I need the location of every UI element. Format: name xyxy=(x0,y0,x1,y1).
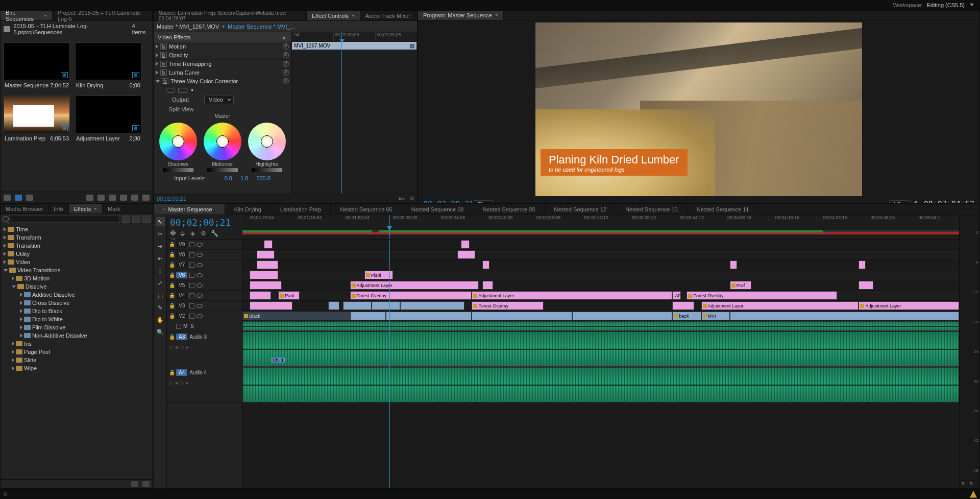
warning-icon[interactable] xyxy=(970,491,977,498)
timeline-clip[interactable] xyxy=(242,367,959,402)
bin-name[interactable]: Lamination Prep xyxy=(5,135,45,141)
track-target[interactable]: V3 xyxy=(176,302,187,309)
expand-icon[interactable] xyxy=(12,350,14,354)
expand-icon[interactable] xyxy=(20,334,22,338)
tab-effect-controls[interactable]: Effect Controls xyxy=(307,11,360,20)
sequence-tab[interactable]: Nested Sequence 12 xyxy=(545,204,616,215)
timeline-clip[interactable]: Adjustment Layer xyxy=(350,281,479,290)
sequence-tab[interactable]: ×Master Sequence xyxy=(154,204,225,215)
timeline-clip[interactable] xyxy=(250,271,278,279)
keyframe-prev-icon[interactable]: ◇ xyxy=(169,380,173,386)
fx-badge-icon[interactable]: fx xyxy=(160,69,167,76)
shadows-wheel[interactable] xyxy=(159,123,197,160)
timeline-clip[interactable] xyxy=(400,301,464,310)
highlights-slider[interactable] xyxy=(252,168,282,172)
timeline-playhead[interactable] xyxy=(389,215,390,239)
find-icon[interactable] xyxy=(109,195,116,201)
trash-icon[interactable] xyxy=(142,481,150,487)
timeline-clip[interactable] xyxy=(242,331,959,367)
effects-folder[interactable]: Film Dissolve xyxy=(1,323,153,331)
effects-folder[interactable]: Iris xyxy=(1,340,153,348)
pen-tool[interactable]: ✎ xyxy=(156,303,165,312)
sequence-tab[interactable]: Nested Sequence 09 xyxy=(473,204,545,215)
timeline-clip[interactable] xyxy=(250,301,292,310)
audio-track-header[interactable]: M S xyxy=(167,321,242,331)
sync-lock-icon[interactable] xyxy=(189,263,194,268)
sequence-tab[interactable]: Nested Sequence 10 xyxy=(616,204,688,215)
lock-icon[interactable]: 🔒 xyxy=(169,303,174,308)
effects-folder[interactable]: Wipe xyxy=(1,364,153,372)
ec-seq-clip[interactable]: Master Sequence * MVI_... xyxy=(228,23,295,30)
timeline-clip[interactable]: Forest Cverlay xyxy=(350,291,472,300)
eye-icon[interactable] xyxy=(197,263,203,267)
eye-icon[interactable] xyxy=(197,294,203,298)
lock-icon[interactable]: 🔒 xyxy=(169,282,174,288)
expand-icon[interactable] xyxy=(20,325,22,329)
expand-icon[interactable] xyxy=(12,276,14,280)
timeline-clip[interactable] xyxy=(372,301,400,310)
effect-name[interactable]: Opacity xyxy=(169,52,281,58)
video-lane[interactable] xyxy=(242,250,959,260)
timeline-clip[interactable] xyxy=(461,240,470,249)
freeform-icon[interactable] xyxy=(26,195,33,201)
eye-icon[interactable] xyxy=(197,314,203,318)
timeline-clip[interactable] xyxy=(472,312,572,320)
effects-folder[interactable]: Transform xyxy=(1,233,153,242)
midtones-slider[interactable] xyxy=(207,168,238,172)
slip-tool[interactable]: ⤢ xyxy=(156,278,165,288)
timeline-clip[interactable]: Plani xyxy=(364,271,393,279)
toggle-icon[interactable]: ▸▹ xyxy=(399,195,405,202)
zoom-tool[interactable]: 🔍 xyxy=(156,327,165,337)
trash-icon[interactable] xyxy=(142,195,150,201)
fx-badge-icon[interactable]: fx xyxy=(162,78,168,84)
tab-media-browser[interactable]: Media Browser xyxy=(1,204,48,213)
effects-folder[interactable]: Dip to White xyxy=(1,315,153,323)
fx-badge-icon[interactable]: fx xyxy=(160,43,167,50)
hand-tool[interactable]: ✋ xyxy=(156,315,165,324)
sort-icon[interactable] xyxy=(97,195,105,201)
expand-icon[interactable] xyxy=(12,366,14,370)
sync-lock-icon[interactable] xyxy=(189,283,194,288)
expand-icon[interactable] xyxy=(156,80,160,83)
timeline-clip[interactable] xyxy=(250,281,282,290)
level-gamma[interactable]: 1.0 xyxy=(240,175,248,181)
collapse-icon[interactable]: ▲ xyxy=(281,34,287,40)
sync-lock-icon[interactable] xyxy=(189,303,194,308)
expand-icon[interactable] xyxy=(20,309,22,313)
tab-project[interactable]: Project: 2015-05 – TLH Laminate Log-5 xyxy=(53,11,153,20)
sync-lock-icon[interactable] xyxy=(189,242,194,247)
fx-badge-icon[interactable]: fx xyxy=(160,52,167,58)
tab-bin[interactable]: Bin: Sequences xyxy=(1,11,53,20)
sync-lock-icon[interactable] xyxy=(189,293,194,298)
rolling-tool[interactable]: ⇥ xyxy=(156,242,165,251)
ripple-tool[interactable]: ✂ xyxy=(156,229,165,239)
track-target[interactable]: V2 xyxy=(176,313,187,319)
timeline-clip[interactable] xyxy=(386,312,472,320)
sequence-tab[interactable]: Nested Sequence 08 xyxy=(402,204,474,215)
lock-icon[interactable]: 🔒 xyxy=(169,242,174,247)
bin-thumbnail[interactable]: ▦ xyxy=(4,42,70,80)
reset-icon[interactable] xyxy=(283,78,289,84)
timeline-clip[interactable]: back xyxy=(672,312,701,320)
timeline-clip[interactable]: Adjustment Layer xyxy=(859,301,959,310)
timeline-clip[interactable] xyxy=(250,291,271,300)
split-view-label[interactable]: Split View xyxy=(169,106,193,112)
video-track-header[interactable]: 🔒 V7 xyxy=(167,260,242,270)
effects-folder[interactable]: 3D Motion xyxy=(1,274,153,282)
tab-mark[interactable]: Mark xyxy=(103,204,126,213)
lock-icon[interactable]: 🔒 xyxy=(169,272,174,278)
video-lane[interactable] xyxy=(242,240,959,250)
video-lane[interactable]: Adjustment LayerProf xyxy=(242,280,959,291)
shadows-slider[interactable] xyxy=(163,168,193,172)
new-bin-btn-icon[interactable] xyxy=(120,195,127,201)
icon-view-icon[interactable] xyxy=(15,195,22,201)
expand-icon[interactable] xyxy=(4,252,6,256)
lock-icon[interactable]: 🔒 xyxy=(169,313,174,319)
timeline-clip[interactable] xyxy=(343,301,372,310)
lock-icon[interactable]: 🔒 xyxy=(169,262,174,268)
timeline-clip[interactable]: Paul xyxy=(278,291,300,300)
workspace-value[interactable]: Editing (CS5.5) xyxy=(926,2,965,8)
linked-sel-icon[interactable]: ⬙ xyxy=(180,230,187,237)
timeline-clip[interactable] xyxy=(350,312,386,320)
video-track-header[interactable]: 🔒 V6 xyxy=(167,270,242,280)
